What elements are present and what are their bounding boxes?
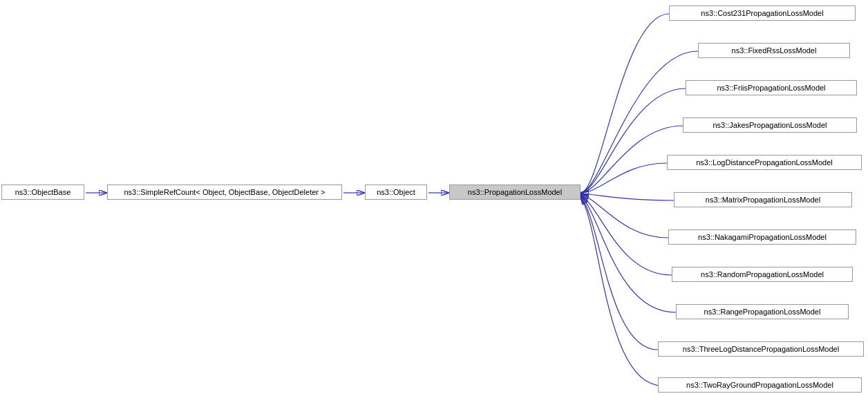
node-range-label: ns3::RangePropagationLossModel [704,308,821,316]
node-object[interactable]: ns3::Object [365,185,427,200]
node-threelog[interactable]: ns3::ThreeLogDistancePropagationLossMode… [658,341,864,357]
node-fixedrss[interactable]: ns3::FixedRssLossModel [698,43,850,58]
node-random-label: ns3::RandomPropagationLossModel [701,270,824,279]
node-random[interactable]: ns3::RandomPropagationLossModel [672,267,853,282]
node-object-label: ns3::Object [377,188,415,196]
node-objectbase[interactable]: ns3::ObjectBase [1,185,84,200]
node-objectbase-label: ns3::ObjectBase [15,188,71,196]
node-nakagami[interactable]: ns3::NakagamiPropagationLossModel [668,229,856,245]
node-nakagami-label: ns3::NakagamiPropagationLossModel [698,233,827,241]
node-simplerefcount[interactable]: ns3::SimpleRefCount< Object, ObjectBase,… [107,185,342,200]
node-propagationlossmodel-label: ns3::PropagationLossModel [468,188,562,196]
node-friis[interactable]: ns3::FriisPropagationLossModel [686,80,857,95]
node-tworay[interactable]: ns3::TwoRayGroundPropagationLossModel [658,377,862,393]
node-threelog-label: ns3::ThreeLogDistancePropagationLossMode… [683,345,839,353]
diagram-container: ns3::ObjectBase ns3::SimpleRefCount< Obj… [0,0,868,396]
node-logdistance[interactable]: ns3::LogDistancePropagationLossModel [667,155,862,170]
node-fixedrss-label: ns3::FixedRssLossModel [732,46,817,55]
node-matrix-label: ns3::MatrixPropagationLossModel [706,196,820,204]
node-cost231[interactable]: ns3::Cost231PropagationLossModel [669,6,856,21]
node-range[interactable]: ns3::RangePropagationLossModel [676,304,849,319]
node-propagationlossmodel[interactable]: ns3::PropagationLossModel [449,185,581,200]
node-logdistance-label: ns3::LogDistancePropagationLossModel [696,158,833,167]
node-matrix[interactable]: ns3::MatrixPropagationLossModel [674,192,852,207]
node-jakes[interactable]: ns3::JakesPropagationLossModel [683,117,857,133]
node-friis-label: ns3::FriisPropagationLossModel [717,84,825,92]
node-tworay-label: ns3::TwoRayGroundPropagationLossModel [686,381,833,389]
node-simplerefcount-label: ns3::SimpleRefCount< Object, ObjectBase,… [124,188,325,196]
node-jakes-label: ns3::JakesPropagationLossModel [713,121,827,129]
node-cost231-label: ns3::Cost231PropagationLossModel [701,9,823,17]
